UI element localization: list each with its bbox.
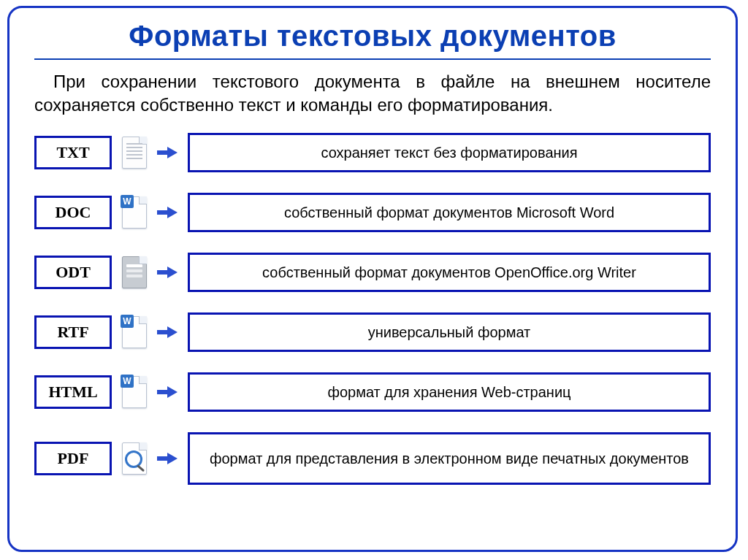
format-desc-box: собственный формат документов Microsoft … [188, 193, 711, 232]
word-badge-icon: W [121, 195, 134, 208]
format-label: DOC [56, 203, 91, 222]
format-row-odt: ODT собственный формат документов OpenOf… [34, 253, 711, 292]
word-badge-icon: W [121, 315, 134, 328]
word-badge-icon: W [121, 375, 134, 388]
text-file-icon [122, 137, 147, 169]
format-desc-box: формат для хранения Web-страниц [188, 372, 711, 412]
svg-marker-11 [167, 453, 178, 464]
title-underline [34, 58, 711, 60]
word-file-icon: W [122, 376, 147, 408]
format-row-rtf: RTF W универсальный формат [34, 312, 711, 352]
format-label-box: DOC [34, 196, 112, 229]
format-label: HTML [48, 383, 97, 402]
word-file-icon: W [122, 196, 147, 229]
arrow-icon [157, 205, 179, 220]
format-desc: формат для представления в электронном в… [210, 450, 689, 467]
svg-rect-10 [157, 456, 167, 461]
openoffice-file-icon [122, 256, 147, 288]
slide-title: Форматы текстовых документов [30, 20, 715, 53]
format-label-box: ODT [34, 256, 112, 289]
format-desc: сохраняет текст без форматирования [321, 145, 577, 161]
file-icon-odt [121, 255, 148, 290]
format-desc: формат для хранения Web-страниц [327, 384, 570, 401]
format-list: TXT сохраняет текст без форматирования D… [30, 133, 715, 485]
word-file-icon: W [122, 316, 147, 348]
format-row-pdf: PDF формат для представления в электронн… [34, 432, 711, 485]
arrow-icon [157, 325, 179, 340]
format-row-html: HTML W формат для хранения Web-страниц [34, 372, 711, 412]
arrow-icon [157, 451, 179, 466]
svg-marker-7 [167, 326, 178, 338]
file-icon-rtf: W [121, 315, 148, 350]
format-row-txt: TXT сохраняет текст без форматирования [34, 133, 711, 172]
format-label-box: HTML [34, 375, 112, 409]
svg-rect-0 [157, 150, 167, 155]
svg-rect-2 [157, 210, 167, 215]
svg-marker-5 [167, 266, 178, 278]
format-label-box: PDF [34, 442, 112, 475]
format-desc: универсальный формат [368, 324, 531, 341]
format-desc-box: формат для представления в электронном в… [188, 432, 711, 485]
format-label-box: RTF [34, 315, 112, 349]
format-label: ODT [56, 263, 91, 282]
format-desc-box: универсальный формат [188, 312, 711, 352]
format-label: RTF [57, 323, 88, 342]
format-label: TXT [56, 143, 89, 162]
format-desc-box: собственный формат документов OpenOffice… [188, 253, 711, 292]
intro-paragraph: При сохранении текстового документа в фа… [34, 70, 711, 117]
svg-marker-3 [167, 207, 178, 218]
arrow-icon [157, 145, 179, 160]
format-row-doc: DOC W собственный формат документов Micr… [34, 193, 711, 232]
file-icon-html: W [121, 375, 148, 410]
file-icon-doc: W [121, 195, 148, 230]
svg-rect-8 [157, 390, 167, 394]
format-label-box: TXT [34, 136, 112, 169]
file-icon-pdf [121, 441, 148, 476]
svg-marker-1 [167, 147, 178, 158]
svg-marker-9 [167, 386, 178, 398]
magnifier-file-icon [122, 442, 147, 475]
arrow-icon [157, 265, 179, 280]
slide-frame: Форматы текстовых документов При сохране… [7, 6, 738, 552]
svg-rect-6 [157, 330, 167, 334]
format-desc: собственный формат документов Microsoft … [284, 204, 614, 221]
magnifier-icon [125, 450, 142, 468]
format-desc-box: сохраняет текст без форматирования [188, 133, 711, 172]
file-icon-txt [121, 135, 148, 170]
format-label: PDF [58, 449, 89, 468]
arrow-icon [157, 385, 179, 399]
format-desc: собственный формат документов OpenOffice… [262, 264, 636, 281]
svg-rect-4 [157, 270, 167, 275]
